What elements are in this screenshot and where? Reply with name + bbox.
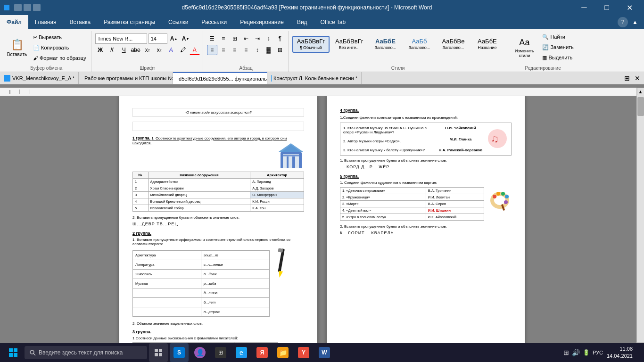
taskbar-app-3[interactable]: ⊞ bbox=[211, 343, 230, 362]
taskbar-app-1[interactable]: S bbox=[170, 343, 189, 362]
replace-button[interactable]: 🔄 Заменить bbox=[540, 42, 575, 52]
yb-icon: Y bbox=[298, 347, 309, 358]
doc-tab-vkr[interactable]: VKR_Menschikovoy_E_A * bbox=[0, 72, 79, 84]
close-all-tabs-button[interactable]: ✕ bbox=[633, 74, 642, 83]
clock-time: 11:08 bbox=[607, 346, 633, 353]
style-heading3[interactable]: АаБбВе Заголово... bbox=[437, 36, 470, 52]
taskbar-app-explorer[interactable]: 📁 bbox=[273, 343, 292, 362]
doc-tab-construct-label: Конструкт Л. Колыбельные песни * bbox=[273, 75, 357, 81]
tab-insert[interactable]: Вставка bbox=[63, 15, 98, 29]
taskbar-app-word[interactable]: W bbox=[315, 343, 334, 362]
font-color-button[interactable]: А bbox=[190, 45, 200, 55]
line-spacing-button[interactable]: ↕ bbox=[252, 45, 263, 55]
increase-indent-button[interactable]: ⇥ bbox=[252, 33, 263, 44]
quick-access-redo[interactable] bbox=[33, 4, 41, 11]
align-center-button[interactable]: ≡ bbox=[218, 45, 229, 55]
subscript-button[interactable]: x2 bbox=[142, 45, 153, 55]
taskbar-app-yandex[interactable]: Я bbox=[253, 343, 272, 362]
match-row-5: д...пшна bbox=[133, 288, 270, 298]
text-effects-button[interactable]: А bbox=[166, 45, 176, 55]
group4-section: 4 группа. 1.Соедини фамилии композиторов… bbox=[340, 108, 512, 169]
tab-references[interactable]: Ссылки bbox=[162, 15, 195, 29]
font-size-input[interactable] bbox=[149, 33, 167, 44]
tab-file[interactable]: Файл bbox=[0, 15, 28, 29]
show-desktop-button[interactable] bbox=[636, 343, 640, 362]
svg-marker-1 bbox=[279, 143, 303, 152]
arch-row-5: 5 Исаакиевский собор К.А. Тон bbox=[133, 205, 304, 212]
document-area[interactable]: -О каком виде искусства говорится? 1 гру… bbox=[0, 84, 644, 350]
style-heading1[interactable]: АаБбЕ Заголово... bbox=[369, 36, 402, 52]
taskbar-app-2[interactable]: 👤 bbox=[190, 343, 209, 362]
font-controls: A▲ A▼ Ж К Ч abe x2 x2 А 🖍 А bbox=[95, 33, 200, 62]
tab-mailings[interactable]: Рассылки bbox=[195, 15, 233, 29]
svg-rect-22 bbox=[9, 348, 13, 352]
new-window-button[interactable]: ⊞ bbox=[622, 74, 632, 83]
justify-button[interactable]: ≡ bbox=[241, 45, 251, 55]
doc-tab-active[interactable]: d5ef6c9d16d29e3055... функциональности] … bbox=[173, 72, 267, 84]
style-title[interactable]: АаБбЕ Название bbox=[471, 36, 504, 52]
font-group: A▲ A▼ Ж К Ч abe x2 x2 А 🖍 А bbox=[92, 31, 203, 72]
superscript-button[interactable]: x2 bbox=[154, 45, 165, 55]
borders-button[interactable]: ⊞ bbox=[275, 45, 285, 55]
help-button[interactable]: ? bbox=[618, 17, 628, 27]
network-icon[interactable]: ⊞ bbox=[563, 349, 569, 356]
bullets-button[interactable]: ☰ bbox=[207, 33, 217, 44]
cut-button[interactable]: ✂ Вырезать bbox=[31, 33, 88, 42]
taskbar-app-edge[interactable]: e bbox=[232, 343, 251, 362]
vertical-scrollbar[interactable]: ▲ ▼ bbox=[636, 88, 644, 350]
change-styles-icon: Аа bbox=[519, 38, 529, 48]
scroll-up-button[interactable]: ▲ bbox=[637, 88, 644, 95]
taskbar-search[interactable]: Введите здесь текст для поиска bbox=[25, 346, 147, 359]
font-name-row: A▲ A▼ bbox=[95, 33, 200, 44]
numbering-button[interactable]: ≡ bbox=[218, 33, 229, 44]
search-icon bbox=[29, 349, 36, 356]
doc-tab-construct[interactable]: Конструкт Л. Колыбельные песни * bbox=[267, 72, 362, 84]
tab-home[interactable]: Главная bbox=[28, 15, 63, 29]
italic-button[interactable]: К bbox=[107, 45, 117, 55]
font-name-input[interactable] bbox=[95, 33, 147, 44]
style-normal[interactable]: АаБбВвГг ¶ Обычный bbox=[292, 36, 330, 52]
sound-icon[interactable]: 🔊 bbox=[572, 349, 580, 356]
tab-officetab[interactable]: Office Tab bbox=[314, 15, 353, 29]
tab-review[interactable]: Рецензирование bbox=[233, 15, 290, 29]
tab-view[interactable]: Вид bbox=[290, 15, 314, 29]
shrink-font-button[interactable]: A▼ bbox=[181, 33, 191, 44]
multilevel-button[interactable]: ⊞ bbox=[230, 33, 240, 44]
copy-button[interactable]: 📄 Копировать bbox=[31, 43, 88, 52]
format-paint-button[interactable]: 🖌 Формат по образцу bbox=[31, 53, 88, 63]
underline-button[interactable]: Ч bbox=[119, 45, 129, 55]
close-button[interactable]: ✕ bbox=[619, 0, 640, 15]
grow-font-button[interactable]: A▲ bbox=[169, 33, 179, 44]
paste-button[interactable]: 📋 Вставить bbox=[5, 32, 29, 63]
find-button[interactable]: 🔍 Найти bbox=[540, 32, 575, 41]
doc-tab-programs[interactable]: Рабочие программы и КТП школы №40 bbox=[79, 72, 173, 84]
sort-button[interactable]: ↕ bbox=[264, 33, 274, 44]
bold-button[interactable]: Ж bbox=[95, 45, 106, 55]
shading-button[interactable]: ▓ bbox=[264, 45, 274, 55]
change-styles-button[interactable]: Аа Изменить стили bbox=[510, 32, 538, 63]
minimize-button[interactable]: ─ bbox=[573, 0, 595, 15]
scroll-thumb[interactable] bbox=[637, 97, 644, 116]
taskbar-taskview[interactable] bbox=[149, 343, 168, 362]
style-no-spacing[interactable]: АаБбВвГг Без инте... bbox=[330, 36, 368, 52]
align-right-button[interactable]: ≡ bbox=[230, 45, 240, 55]
ribbon-minimize-button[interactable]: ▲ bbox=[630, 17, 640, 27]
highlight-button[interactable]: 🖍 bbox=[178, 45, 188, 55]
time-display[interactable]: 11:08 14.04.2021 bbox=[607, 346, 633, 360]
app-icon-2: 👤 bbox=[194, 347, 206, 358]
show-formatting-button[interactable]: ¶ bbox=[275, 33, 285, 44]
start-button[interactable] bbox=[4, 343, 23, 362]
select-button[interactable]: ▦ Выделить bbox=[540, 53, 575, 62]
tab-layout[interactable]: Разметка страницы bbox=[97, 15, 162, 29]
change-styles-label: Изменить стили bbox=[510, 49, 538, 58]
language-tray[interactable]: РУС bbox=[593, 350, 603, 355]
strikethrough-button[interactable]: abe bbox=[131, 45, 141, 55]
quick-access-save[interactable] bbox=[14, 4, 22, 11]
doc-tab-programs-label: Рабочие программы и КТП школы №40 bbox=[84, 75, 173, 81]
quick-access-undo[interactable] bbox=[24, 4, 31, 11]
style-heading2[interactable]: АаБб Заголово... bbox=[403, 36, 436, 52]
decrease-indent-button[interactable]: ⇤ bbox=[241, 33, 251, 44]
align-left-button[interactable]: ≡ bbox=[207, 45, 217, 55]
maximize-button[interactable]: □ bbox=[596, 0, 618, 15]
taskbar-app-yb[interactable]: Y bbox=[294, 343, 313, 362]
